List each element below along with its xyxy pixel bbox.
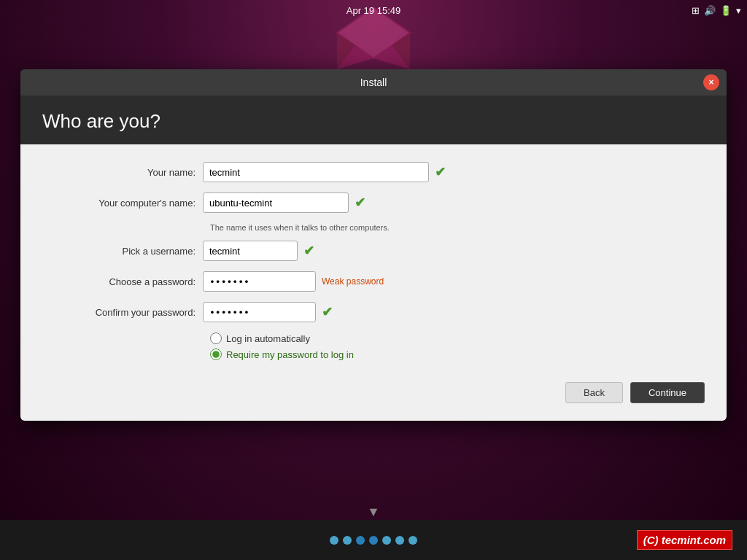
your-name-input[interactable] bbox=[203, 162, 429, 182]
topbar-icons: ⊞ 🔊 🔋 ▾ bbox=[692, 5, 741, 16]
dialog-title: Install bbox=[360, 77, 387, 88]
dialog-header: Who are you? bbox=[20, 96, 727, 144]
password-input[interactable] bbox=[203, 271, 316, 292]
computer-name-row: Your computer's name: ✔ bbox=[42, 192, 705, 213]
progress-dot-3 bbox=[356, 536, 365, 545]
computer-name-check-icon: ✔ bbox=[355, 195, 365, 211]
bottom-bar: (C) tecmint.com bbox=[0, 520, 747, 560]
topbar: Apr 19 15:49 ⊞ 🔊 🔋 ▾ bbox=[0, 0, 747, 20]
scroll-down-arrow: ▼ bbox=[367, 505, 380, 520]
computer-name-hint: The name it uses when it talks to other … bbox=[210, 223, 705, 232]
confirm-password-row: Confirm your password: ✔ bbox=[42, 302, 705, 322]
volume-icon: 🔊 bbox=[704, 5, 716, 16]
login-password-radio[interactable] bbox=[210, 349, 222, 360]
password-label: Choose a password: bbox=[42, 276, 203, 287]
password-strength-label: Weak password bbox=[322, 276, 384, 287]
password-field-wrap: Weak password bbox=[203, 271, 384, 292]
dialog-titlebar: Install × bbox=[20, 69, 727, 96]
your-name-field-wrap: ✔ bbox=[203, 162, 446, 182]
dialog-content: Your name: ✔ Your computer's name: ✔ The… bbox=[20, 144, 727, 421]
login-password-row: Require my password to log in bbox=[210, 349, 705, 360]
login-auto-row: Log in automatically bbox=[210, 332, 705, 344]
dropdown-icon[interactable]: ▾ bbox=[736, 5, 741, 16]
button-row: Back Continue bbox=[42, 382, 705, 403]
topbar-clock: Apr 19 15:49 bbox=[347, 5, 400, 16]
username-input[interactable] bbox=[203, 241, 298, 261]
confirm-password-label: Confirm your password: bbox=[42, 307, 203, 318]
username-label: Pick a username: bbox=[42, 246, 203, 257]
close-button[interactable]: × bbox=[703, 74, 719, 90]
progress-dot-6 bbox=[395, 536, 404, 545]
login-auto-radio[interactable] bbox=[210, 332, 222, 344]
progress-dot-1 bbox=[330, 536, 338, 545]
password-row: Choose a password: Weak password bbox=[42, 271, 705, 292]
watermark-label: (C) tecmint.com bbox=[637, 530, 732, 550]
computer-name-label: Your computer's name: bbox=[42, 198, 203, 209]
continue-button[interactable]: Continue bbox=[630, 382, 705, 403]
progress-dot-5 bbox=[382, 536, 391, 545]
your-name-label: Your name: bbox=[42, 167, 203, 178]
radio-section: Log in automatically Require my password… bbox=[210, 332, 705, 360]
your-name-check-icon: ✔ bbox=[435, 164, 446, 180]
username-check-icon: ✔ bbox=[303, 243, 314, 259]
computer-name-field-wrap: ✔ bbox=[203, 192, 365, 213]
network-icon: ⊞ bbox=[692, 5, 700, 16]
computer-name-input[interactable] bbox=[203, 192, 349, 213]
login-password-label[interactable]: Require my password to log in bbox=[226, 349, 354, 360]
confirm-password-field-wrap: ✔ bbox=[203, 302, 333, 322]
back-button[interactable]: Back bbox=[565, 382, 623, 403]
username-row: Pick a username: ✔ bbox=[42, 241, 705, 261]
progress-dot-4 bbox=[369, 536, 378, 545]
dialog-heading: Who are you? bbox=[42, 110, 705, 133]
your-name-row: Your name: ✔ bbox=[42, 162, 705, 182]
battery-icon: 🔋 bbox=[720, 5, 732, 16]
confirm-password-input[interactable] bbox=[203, 302, 316, 322]
progress-dot-2 bbox=[343, 536, 352, 545]
progress-dot-7 bbox=[409, 536, 417, 545]
dialog-window: Install × Who are you? Your name: ✔ Your… bbox=[20, 69, 727, 421]
progress-dots bbox=[330, 536, 417, 545]
login-auto-label[interactable]: Log in automatically bbox=[226, 333, 310, 344]
confirm-password-check-icon: ✔ bbox=[322, 304, 333, 320]
username-field-wrap: ✔ bbox=[203, 241, 314, 261]
